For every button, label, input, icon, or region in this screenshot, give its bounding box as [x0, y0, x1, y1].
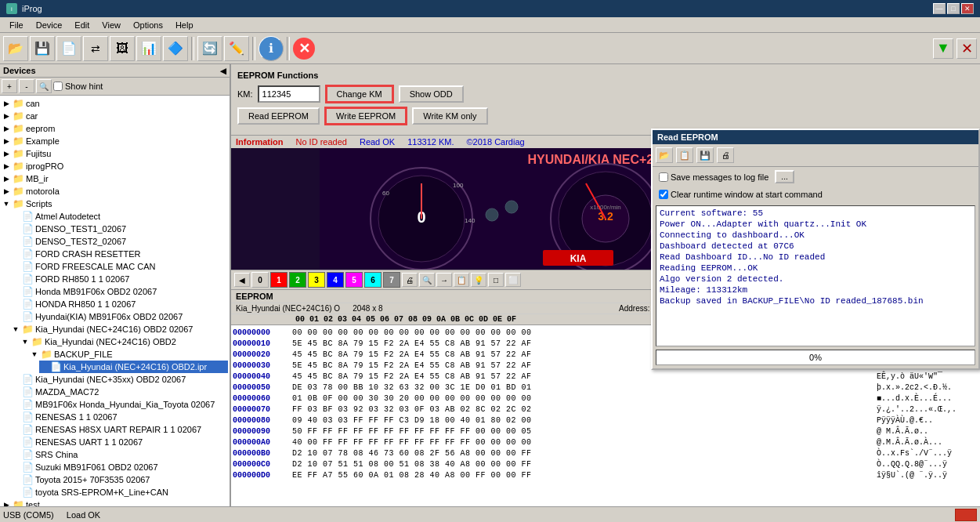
minimize-button[interactable]: — [933, 3, 946, 14]
eeprom-tb-square[interactable]: □ [488, 273, 504, 287]
status-indicator[interactable] [955, 509, 977, 521]
clear-runtime-checkbox[interactable]: Clear runtime window at start command [659, 190, 823, 199]
change-km-button[interactable]: Change KM [325, 85, 394, 103]
tree-item-fujitsu[interactable]: ▶📁Fujitsu [2, 147, 228, 160]
menu-options[interactable]: Options [127, 19, 169, 31]
show-odd-button[interactable]: Show ODD [399, 85, 464, 103]
close-button[interactable]: ✕ [961, 3, 974, 14]
toolbar-img3-btn[interactable]: 🔷 [163, 36, 188, 61]
color-btn-2[interactable]: 2 [289, 272, 306, 288]
tree-item-ford-crash[interactable]: 📄FORD CRASH RESETTER [11, 248, 228, 260]
tree-item-example[interactable]: ▶📁Example [2, 135, 228, 147]
toolbar-edit-btn[interactable]: ✏️ [224, 36, 249, 61]
eeprom-tb-prev[interactable]: ◀ [234, 273, 250, 287]
hex-row: 00000080 09 40 03 03 FF FF FF C3 D9 18 0… [233, 415, 978, 426]
color-btn-0[interactable]: 0 [251, 272, 269, 288]
tree-item-kia-nec35[interactable]: 📄Kia_Hyundai (NEC+35xx) OBD2 02067 [11, 373, 228, 386]
toolbar-img2-btn[interactable]: 📊 [136, 36, 161, 61]
tree-item-renesas-uart[interactable]: 📄RENESAS UART 1 1 02067 [11, 436, 228, 448]
save-log-checkbox[interactable]: Save messages to log file [659, 172, 768, 182]
tree-item-car[interactable]: ▶📁car [2, 110, 228, 122]
tree-item-motorola[interactable]: ▶📁motorola [2, 185, 228, 198]
eeprom-tb-goto[interactable]: → [436, 273, 452, 287]
tree-item-mazda[interactable]: 📄MAZDA_MAC72 [11, 386, 228, 398]
hex-row: 00000060 01 0B 0F 00 00 30 30 20 00 00 0… [233, 393, 978, 404]
show-hint-checkbox[interactable]: Show hint [53, 82, 103, 91]
write-eeprom-button[interactable]: Write EEPROM [324, 107, 407, 125]
devices-collapse-btn[interactable]: ◀ [220, 67, 226, 75]
eeprom-tb-search[interactable]: 🔍 [419, 273, 435, 287]
tree-item-ipr[interactable]: 📄Kia_Hyundai (NEC+24C16) OBD2.ipr [39, 361, 228, 373]
menu-help[interactable]: Help [169, 19, 200, 31]
tree-item-denso1[interactable]: 📄DENSO_TEST1_02067 [11, 223, 228, 235]
maximize-button[interactable]: □ [947, 3, 960, 14]
tree-item-kia-nec24-sub[interactable]: ▼📁Kia_Hyundai (NEC+24C16) OBD2 [20, 335, 228, 348]
status-bar: USB (COM5) Load OK [0, 506, 980, 522]
eeprom-tb-copy[interactable]: 📋 [454, 273, 469, 287]
tree-item-srs[interactable]: 📄SRS China [11, 448, 228, 461]
tree-item-mb91f06[interactable]: 📄MB91F06x Honda_Hyundai_Kia_Toyota 02067 [11, 398, 228, 411]
tree-item-honda-rh850[interactable]: 📄HONDA RH850 1 1 02067 [11, 298, 228, 310]
read-panel-print-btn[interactable]: 🖨 [717, 147, 734, 163]
color-btn-3[interactable]: 3 [308, 272, 325, 288]
menu-file[interactable]: File [3, 19, 30, 31]
tree-item-ford-freescale[interactable]: 📄FORD FREESCALE MAC CAN [11, 260, 228, 273]
color-btn-1[interactable]: 1 [270, 272, 287, 288]
toolbar-open-btn[interactable]: 📂 [3, 36, 28, 61]
tree-item-hyundai-kia[interactable]: 📄Hyundai(KIA) MB91F06x OBD2 02067 [11, 310, 228, 323]
tree-item-mb-ir[interactable]: ▶📁MB_ir [2, 172, 228, 185]
menu-view[interactable]: View [96, 19, 127, 31]
toolbar-stop-btn[interactable]: ✕ [293, 38, 315, 60]
toolbar-img-btn[interactable]: 🖼 [110, 36, 135, 61]
eeprom-size: 2048 x 8 [353, 304, 382, 313]
eeprom-tb-print[interactable]: 🖨 [402, 273, 418, 287]
read-eeprom-button[interactable]: Read EEPROM [237, 107, 320, 125]
toolbar-refresh-btn[interactable]: 🔄 [197, 36, 222, 61]
tree-item-scripts[interactable]: ▼📁Scripts [2, 198, 228, 210]
tree-item-toyota-srs[interactable]: 📄toyota SRS-EPROM+K_Line+CAN [11, 486, 228, 498]
eeprom-tb-light[interactable]: 💡 [471, 273, 486, 287]
app-title: iProg [22, 4, 42, 13]
progress-bar: 0% [656, 350, 975, 365]
toolbar-new-btn[interactable]: 📄 [56, 36, 81, 61]
tree-item-denso2[interactable]: 📄DENSO_TEST2_02067 [11, 235, 228, 248]
tree-item-atmel[interactable]: 📄Atmel Autodetect [11, 210, 228, 223]
tree-item-renesas-h8sx[interactable]: 📄RENESAS H8SX UART REPAIR 1 1 02067 [11, 423, 228, 436]
tree-item-honda-mb91[interactable]: 📄Honda MB91F06x OBD2 02067 [11, 285, 228, 298]
toolbar-info-btn[interactable]: ℹ [259, 36, 284, 61]
dev-expand-btn[interactable]: + [2, 79, 17, 93]
tree-item-ford-rh850[interactable]: 📄FORD RH850 1 1 02067 [11, 273, 228, 285]
tree-item-backup[interactable]: ▼📁BACKUP_FILE [30, 348, 228, 361]
color-btn-5[interactable]: 5 [345, 272, 363, 288]
read-panel-open-btn[interactable]: 📂 [656, 147, 673, 163]
color-btn-6[interactable]: 6 [364, 272, 382, 288]
dev-collapse-btn[interactable]: - [19, 79, 34, 93]
tree-item-suzuki[interactable]: 📄Suzuki MB91F061 OBD2 02067 [11, 461, 228, 473]
nav-close-btn[interactable]: ✕ [956, 38, 977, 59]
color-btn-4[interactable]: 4 [327, 272, 344, 288]
tree-item-renesas[interactable]: 📄RENESAS 1 1 02067 [11, 411, 228, 423]
hex-row: 00000070 FF 03 BF 03 92 03 32 03 0F 03 A… [233, 404, 978, 415]
nav-down-btn[interactable]: ▼ [933, 38, 953, 59]
tree-item-eeprom[interactable]: ▶📁eeprom [2, 122, 228, 135]
hex-row: 000000A0 40 00 FF FF FF FF FF FF FF FF F… [233, 437, 978, 448]
tree-item-kia-nec24[interactable]: ▼📁Kia_Hyundai (NEC+24C16) OBD2 02067 [11, 323, 228, 335]
toolbar-save-btn[interactable]: 💾 [30, 36, 55, 61]
menu-edit[interactable]: Edit [68, 19, 96, 31]
read-panel-copy-btn[interactable]: 📋 [676, 147, 693, 163]
devices-title: Devices [3, 66, 36, 75]
menu-device[interactable]: Device [30, 19, 69, 31]
read-panel-save-btn[interactable]: 💾 [696, 147, 714, 163]
tree-item-can[interactable]: ▶📁can [2, 97, 228, 110]
km-input[interactable] [258, 85, 320, 103]
color-btn-7[interactable]: 7 [383, 272, 400, 288]
dev-search-btn[interactable]: 🔍 [36, 79, 52, 93]
browse-log-btn[interactable]: ... [775, 170, 794, 183]
write-km-button[interactable]: Write KM only [412, 107, 487, 125]
eeprom-tb-rect[interactable]: ⬜ [505, 273, 521, 287]
log-line: Connecting to dashboard...OK [658, 230, 973, 241]
tree-item-iprogpro[interactable]: ▶📁iprogPRO [2, 160, 228, 172]
tree-item-toyota-2015[interactable]: 📄Toyota 2015+ 70F3535 02067 [11, 473, 228, 486]
toolbar-swap-btn[interactable]: ⇄ [83, 36, 108, 61]
eeprom-functions: EEPROM Functions KM: Change KM Show ODD … [231, 64, 980, 136]
